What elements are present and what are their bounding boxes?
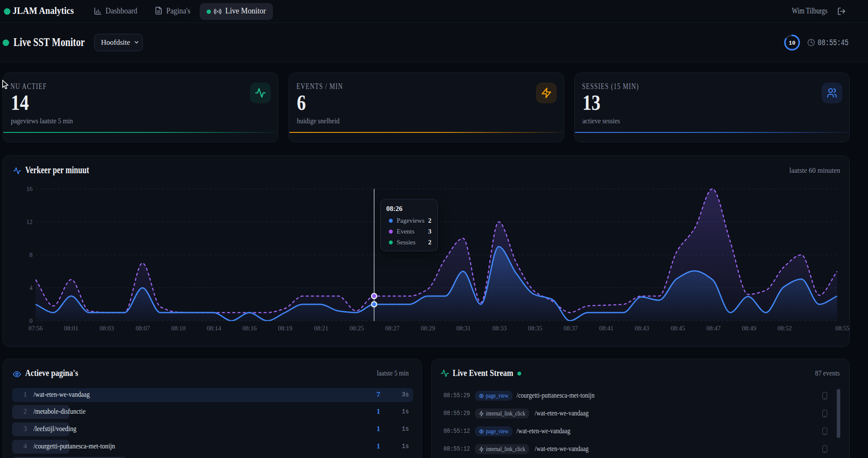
svg-text:10: 10: [789, 40, 796, 46]
svg-text:08:19: 08:19: [278, 325, 292, 332]
svg-text:8: 8: [30, 251, 33, 258]
svg-text:08:37: 08:37: [563, 325, 578, 332]
svg-text:08:21: 08:21: [314, 325, 328, 332]
svg-text:0: 0: [30, 317, 33, 324]
svg-text:08:45: 08:45: [671, 325, 685, 332]
svg-text:07:56: 07:56: [28, 325, 43, 332]
svg-text:08:31: 08:31: [456, 325, 470, 332]
svg-text:12: 12: [26, 218, 33, 225]
svg-text:08:10: 08:10: [171, 325, 185, 332]
svg-text:08:43: 08:43: [635, 325, 649, 332]
svg-text:08:14: 08:14: [207, 325, 221, 332]
svg-text:4: 4: [30, 284, 33, 291]
svg-text:08:49: 08:49: [742, 325, 756, 332]
svg-text:08:07: 08:07: [135, 325, 150, 332]
svg-text:08:55: 08:55: [835, 325, 849, 332]
svg-text:08:35: 08:35: [528, 325, 542, 332]
svg-text:08:33: 08:33: [492, 325, 506, 332]
svg-text:08:16: 08:16: [242, 325, 256, 332]
svg-text:08:03: 08:03: [99, 325, 114, 332]
svg-text:16: 16: [26, 185, 33, 192]
svg-text:08:27: 08:27: [385, 325, 399, 332]
svg-text:08:52: 08:52: [777, 325, 792, 332]
svg-text:08:41: 08:41: [599, 325, 613, 332]
svg-text:08:47: 08:47: [706, 325, 720, 332]
svg-text:08:29: 08:29: [421, 325, 435, 332]
svg-text:08:25: 08:25: [349, 325, 364, 332]
svg-text:08:01: 08:01: [64, 325, 78, 332]
